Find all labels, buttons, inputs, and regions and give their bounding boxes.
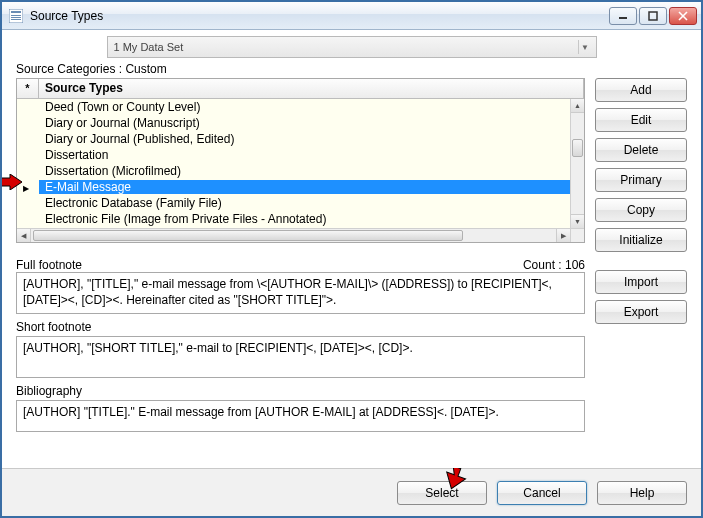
dialog-footer: Select Cancel Help	[2, 468, 701, 516]
row-label: Diary or Journal (Manuscript)	[39, 116, 570, 130]
grid-name-header[interactable]: Source Types	[39, 79, 584, 98]
initialize-button[interactable]: Initialize	[595, 228, 687, 252]
scroll-left-icon[interactable]: ◀	[17, 229, 31, 242]
row-label: Diary or Journal (Published, Edited)	[39, 132, 570, 146]
svg-rect-2	[11, 15, 21, 16]
cancel-button[interactable]: Cancel	[497, 481, 587, 505]
vscroll-thumb[interactable]	[572, 139, 583, 157]
scroll-up-icon[interactable]: ▲	[571, 99, 584, 113]
grid-header: * Source Types	[17, 79, 584, 99]
add-button[interactable]: Add	[595, 78, 687, 102]
table-row[interactable]: E-Mail Message	[17, 179, 570, 195]
dataset-value: 1 My Data Set	[114, 41, 184, 53]
svg-rect-4	[11, 19, 21, 20]
table-row[interactable]: Deed (Town or County Level)	[17, 99, 570, 115]
edit-button[interactable]: Edit	[595, 108, 687, 132]
svg-rect-6	[649, 12, 657, 20]
full-footnote-text[interactable]: [AUTHOR], "[TITLE]," e-mail message from…	[16, 272, 585, 314]
scroll-down-icon[interactable]: ▼	[571, 214, 584, 228]
grid-body: Deed (Town or County Level)Diary or Jour…	[17, 99, 570, 228]
table-row[interactable]: Diary or Journal (Published, Edited)	[17, 131, 570, 147]
row-label: E-Mail Message	[39, 180, 570, 194]
full-footnote-label: Full footnote	[16, 258, 82, 272]
grid-star-header[interactable]: *	[17, 79, 39, 98]
row-label: Deed (Town or County Level)	[39, 100, 570, 114]
count-label: Count : 106	[523, 258, 585, 272]
callout-arrow-select-icon	[445, 468, 469, 490]
table-row[interactable]: Electronic Database (Family File)	[17, 195, 570, 211]
source-categories-label: Source Categories : Custom	[16, 62, 687, 76]
table-row[interactable]: Electronic File (Image from Private File…	[17, 211, 570, 227]
bibliography-label: Bibliography	[16, 384, 585, 398]
primary-button[interactable]: Primary	[595, 168, 687, 192]
maximize-button[interactable]	[639, 7, 667, 25]
row-label: Electronic File (Image from Private File…	[39, 212, 570, 226]
scroll-corner	[570, 228, 584, 242]
row-label: Dissertation (Microfilmed)	[39, 164, 570, 178]
app-icon	[8, 8, 24, 24]
help-button[interactable]: Help	[597, 481, 687, 505]
svg-marker-10	[445, 468, 468, 490]
source-types-grid[interactable]: * Source Types Deed (Town or County Leve…	[16, 78, 585, 243]
window-controls	[609, 7, 697, 25]
hscroll-thumb[interactable]	[33, 230, 463, 241]
table-row[interactable]: Diary or Journal (Manuscript)	[17, 115, 570, 131]
short-footnote-label: Short footnote	[16, 320, 585, 334]
short-footnote-text[interactable]: [AUTHOR], "[SHORT TITLE]," e-mail to [RE…	[16, 336, 585, 378]
svg-rect-1	[11, 11, 21, 13]
callout-arrow-icon	[0, 174, 22, 190]
svg-marker-9	[0, 174, 22, 190]
copy-button[interactable]: Copy	[595, 198, 687, 222]
table-row[interactable]: Dissertation (Microfilmed)	[17, 163, 570, 179]
select-button[interactable]: Select	[397, 481, 487, 505]
svg-rect-3	[11, 17, 21, 18]
row-label: Electronic Database (Family File)	[39, 196, 570, 210]
bibliography-text[interactable]: [AUTHOR] "[TITLE]." E-mail message from …	[16, 400, 585, 432]
chevron-down-icon: ▼	[578, 40, 592, 54]
minimize-button[interactable]	[609, 7, 637, 25]
table-row[interactable]: Dissertation	[17, 147, 570, 163]
close-button[interactable]	[669, 7, 697, 25]
row-label: Dissertation	[39, 148, 570, 162]
vertical-scrollbar[interactable]: ▲ ▼	[570, 99, 584, 228]
import-button[interactable]: Import	[595, 270, 687, 294]
window-title: Source Types	[30, 9, 609, 23]
content-area: 1 My Data Set ▼ Source Categories : Cust…	[2, 30, 701, 468]
horizontal-scrollbar[interactable]: ◀ ▶	[17, 228, 570, 242]
delete-button[interactable]: Delete	[595, 138, 687, 162]
titlebar: Source Types	[2, 2, 701, 30]
export-button[interactable]: Export	[595, 300, 687, 324]
dataset-combo[interactable]: 1 My Data Set ▼	[107, 36, 597, 58]
scroll-right-icon[interactable]: ▶	[556, 229, 570, 242]
